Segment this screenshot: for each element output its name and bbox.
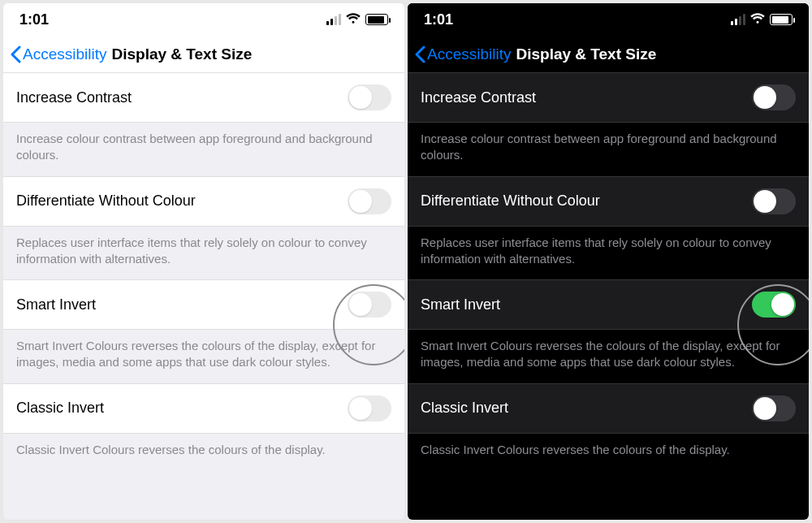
row-increase-contrast[interactable]: Increase Contrast: [3, 72, 404, 123]
toggle-increase-contrast[interactable]: [348, 84, 391, 110]
toggle-increase-contrast[interactable]: [752, 84, 796, 110]
row-label: Increase Contrast: [421, 89, 536, 106]
battery-icon: [770, 14, 793, 25]
wifi-icon: [346, 11, 361, 28]
back-button[interactable]: Accessibility: [10, 45, 106, 63]
signal-icon: [326, 14, 341, 25]
desc-differentiate: Replaces user interface items that rely …: [3, 227, 404, 281]
row-label: Increase Contrast: [16, 89, 132, 106]
row-increase-contrast[interactable]: Increase Contrast: [408, 72, 809, 123]
status-bar: 1:01: [408, 3, 809, 36]
toggle-differentiate[interactable]: [752, 188, 796, 214]
row-label: Smart Invert: [421, 296, 500, 313]
desc-smart-invert: Smart Invert Colours reverses the colour…: [3, 330, 404, 384]
back-label: Accessibility: [427, 45, 511, 63]
nav-bar: Accessibility Display & Text Size: [408, 36, 809, 73]
desc-increase-contrast: Increase colour contrast between app for…: [408, 123, 809, 177]
row-label: Differentiate Without Colour: [16, 192, 196, 210]
desc-differentiate: Replaces user interface items that rely …: [408, 227, 809, 281]
wifi-icon: [750, 11, 765, 28]
status-icons: [326, 11, 388, 28]
status-time: 1:01: [19, 11, 49, 28]
toggle-smart-invert[interactable]: [348, 292, 391, 318]
back-label: Accessibility: [23, 45, 106, 63]
row-differentiate[interactable]: Differentiate Without Colour: [408, 176, 809, 227]
chevron-left-icon: [414, 45, 425, 63]
row-label: Classic Invert: [16, 400, 104, 417]
signal-icon: [731, 14, 745, 25]
row-classic-invert[interactable]: Classic Invert: [408, 383, 809, 434]
page-title: Display & Text Size: [516, 45, 656, 63]
row-label: Classic Invert: [421, 400, 508, 417]
desc-classic-invert: Classic Invert Colours reverses the colo…: [3, 434, 404, 471]
status-time: 1:01: [424, 11, 453, 28]
row-smart-invert[interactable]: Smart Invert: [3, 279, 404, 330]
desc-smart-invert: Smart Invert Colours reverses the colour…: [408, 330, 809, 384]
row-label: Smart Invert: [16, 296, 96, 313]
battery-icon: [365, 14, 388, 25]
nav-bar: Accessibility Display & Text Size: [3, 36, 404, 73]
desc-increase-contrast: Increase colour contrast between app for…: [3, 123, 404, 177]
toggle-classic-invert[interactable]: [752, 395, 796, 421]
desc-classic-invert: Classic Invert Colours reverses the colo…: [408, 434, 809, 471]
toggle-differentiate[interactable]: [348, 188, 391, 214]
settings-pane-dark: 1:01 Accessibility Display & Text Size I…: [408, 3, 809, 520]
toggle-classic-invert[interactable]: [348, 395, 391, 421]
back-button[interactable]: Accessibility: [414, 45, 511, 63]
row-differentiate[interactable]: Differentiate Without Colour: [3, 176, 404, 227]
row-classic-invert[interactable]: Classic Invert: [3, 383, 404, 434]
settings-pane-light: 1:01 Accessibility Display & Text Size I…: [3, 3, 404, 520]
row-label: Differentiate Without Colour: [421, 192, 600, 210]
page-title: Display & Text Size: [111, 45, 252, 63]
status-bar: 1:01: [3, 3, 404, 36]
row-smart-invert[interactable]: Smart Invert: [408, 279, 809, 330]
status-icons: [731, 11, 793, 28]
chevron-left-icon: [10, 45, 21, 63]
toggle-smart-invert[interactable]: [752, 292, 796, 318]
